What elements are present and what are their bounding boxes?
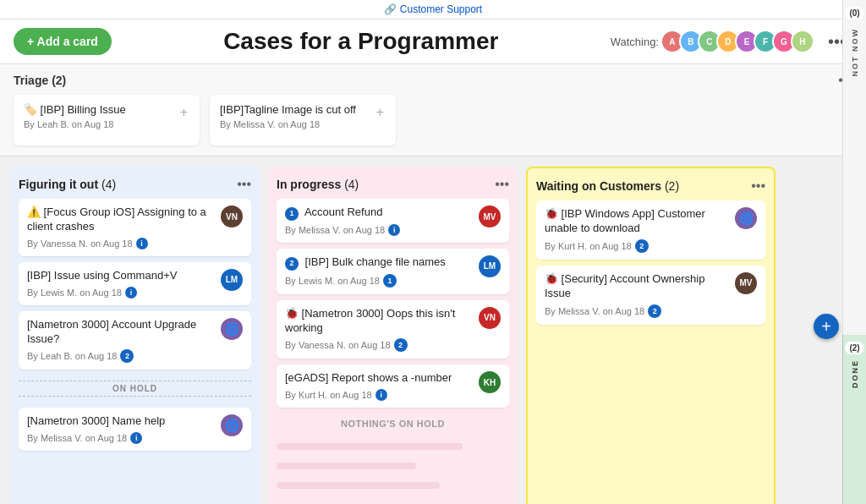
placeholder-bar <box>277 463 416 469</box>
board-title: Cases for a Programmer <box>112 28 611 55</box>
card-title: 1 Account Refund <box>285 205 474 221</box>
triage-card-add-button[interactable]: + <box>375 103 386 122</box>
placeholder-bar <box>277 482 440 489</box>
col-figuring-title: Figuring it out (4) <box>19 178 116 191</box>
triage-card-content: 🏷️ [IBP] Billing Issue By Leah B. on Aug… <box>24 103 126 129</box>
breadcrumb: 🔗 Customer Support <box>0 0 866 19</box>
card-meta: By Vanessa N. on Aug 18 i <box>27 238 216 249</box>
col-inprogress-title: In progress (4) <box>277 178 359 191</box>
card-nametron-oops[interactable]: 🐞 [Nametron 3000] Oops this isn't workin… <box>277 300 509 359</box>
column-figuring-it-out: Figuring it out (4) ••• ⚠️ [Focus Group … <box>10 167 260 504</box>
triage-card-title: [IBP]Tagline Image is cut off <box>220 103 356 116</box>
card-ibp-windows-download[interactable]: 🐞 [IBP Windows App] Customer unable to d… <box>536 200 765 260</box>
add-card-button[interactable]: + Add a card <box>14 28 112 55</box>
card-title: [IBP] Issue using Command+V <box>27 269 216 283</box>
placeholder-bar <box>277 443 463 450</box>
card-meta: By Leah B. on Aug 18 2 <box>27 349 216 363</box>
triage-card-title: 🏷️ [IBP] Billing Issue <box>24 103 126 116</box>
card-avatar: VN <box>479 307 501 329</box>
card-title: [Nametron 3000] Name help <box>27 414 216 429</box>
card-title: 🐞 [IBP Windows App] Customer unable to d… <box>545 207 730 236</box>
card-security-account-ownership[interactable]: 🐞 [Security] Account Ownership Issue By … <box>536 266 765 325</box>
card-title: 🐞 [Security] Account Ownership Issue <box>545 272 730 301</box>
board-header: + Add a card Cases for a Programmer Watc… <box>0 19 866 64</box>
info-badge: i <box>125 287 137 299</box>
card-avatar: 🌀 <box>735 207 757 229</box>
num-badge: 2 <box>394 338 408 352</box>
done-sidebar: (2) DONE <box>842 335 866 504</box>
card-body: 2 [IBP] Bulk change file names By Lewis … <box>285 255 474 288</box>
triage-header: Triage (2) ••• <box>14 73 852 88</box>
card-title: [eGADS] Report shows a -number <box>285 371 474 386</box>
card-avatar: 🌀 <box>221 414 243 436</box>
watching-avatars: A B C D E F G H <box>666 30 814 53</box>
card-egads-report[interactable]: [eGADS] Report shows a -number By Kurt H… <box>277 364 509 408</box>
card-nametron-name-help[interactable]: [Nametron 3000] Name help By Melissa V. … <box>19 408 251 451</box>
card-body: 1 Account Refund By Melissa V. on Aug 18… <box>285 205 474 236</box>
card-avatar: LM <box>221 269 243 291</box>
card-body: [Nametron 3000] Account Upgrade Issue? B… <box>27 318 216 364</box>
num-badge: 2 <box>120 349 134 363</box>
card-focus-group-ios[interactable]: ⚠️ [Focus Group iOS] Assigning to a clie… <box>19 199 251 256</box>
col-waiting-title: Waiting on Customers (2) <box>536 179 679 193</box>
card-ibp-commandv[interactable]: [IBP] Issue using Command+V By Lewis M. … <box>19 262 251 305</box>
column-waiting-on-customers: Waiting on Customers (2) ••• 🐞 [IBP Wind… <box>526 167 776 504</box>
card-meta: By Kurt H. on Aug 18 2 <box>545 239 730 253</box>
card-body: 🐞 [Nametron 3000] Oops this isn't workin… <box>285 307 474 353</box>
not-now-sidebar: (0) NOT NOW <box>842 0 866 335</box>
triage-card-content: [IBP]Tagline Image is cut off By Melissa… <box>220 103 356 129</box>
info-badge: i <box>136 238 148 249</box>
done-count: (2) <box>845 342 863 354</box>
triage-cards: 🏷️ [IBP] Billing Issue By Leah B. on Aug… <box>14 95 852 145</box>
info-badge: i <box>130 432 142 444</box>
col-figuring-menu-button[interactable]: ••• <box>237 177 251 192</box>
triage-card-meta: By Leah B. on Aug 18 <box>24 119 126 129</box>
watching-label: Watching: <box>611 36 659 48</box>
col-waiting-cards: 🐞 [IBP Windows App] Customer unable to d… <box>536 200 765 504</box>
link-icon: 🔗 <box>384 3 397 15</box>
card-meta: By Melissa V. on Aug 18 i <box>27 432 216 444</box>
card-title: 🐞 [Nametron 3000] Oops this isn't workin… <box>285 307 474 336</box>
col-inprogress-header: In progress (4) ••• <box>277 177 509 192</box>
watching-section: Watching: A B C D E F G H ••• <box>611 29 852 55</box>
col-inprogress-menu-button[interactable]: ••• <box>495 177 509 192</box>
info-badge: i <box>375 389 387 401</box>
num-badge: 2 <box>635 239 649 253</box>
col-figuring-header: Figuring it out (4) ••• <box>19 177 251 192</box>
card-avatar: MV <box>735 272 757 294</box>
card-body: 🐞 [Security] Account Ownership Issue By … <box>545 272 730 318</box>
card-meta: By Melissa V. on Aug 18 2 <box>545 304 730 318</box>
card-meta: By Kurt H. on Aug 18 i <box>285 389 474 401</box>
nothing-on-hold-label: NOTHING'S ON HOLD <box>277 414 509 434</box>
card-avatar: 🌀 <box>221 318 243 340</box>
col-inprogress-cards: 1 Account Refund By Melissa V. on Aug 18… <box>277 199 509 504</box>
triage-card[interactable]: 🏷️ [IBP] Billing Issue By Leah B. on Aug… <box>14 95 200 145</box>
card-account-refund[interactable]: 1 Account Refund By Melissa V. on Aug 18… <box>277 199 509 243</box>
card-avatar: KH <box>479 371 501 393</box>
card-meta: By Lewis M. on Aug 18 1 <box>285 274 474 288</box>
breadcrumb-link[interactable]: Customer Support <box>400 3 482 15</box>
triage-card[interactable]: [IBP]Tagline Image is cut off By Melissa… <box>210 95 396 145</box>
card-title: 2 [IBP] Bulk change file names <box>285 255 474 271</box>
num-badge: 1 <box>383 274 397 288</box>
add-column-button[interactable]: + <box>814 314 839 339</box>
card-title: ⚠️ [Focus Group iOS] Assigning to a clie… <box>27 205 216 234</box>
card-avatar: MV <box>479 205 501 227</box>
col-figuring-cards: ⚠️ [Focus Group iOS] Assigning to a clie… <box>19 199 251 504</box>
card-body: [IBP] Issue using Command+V By Lewis M. … <box>27 269 216 299</box>
card-ibp-bulk-change[interactable]: 2 [IBP] Bulk change file names By Lewis … <box>277 249 509 294</box>
card-title: [Nametron 3000] Account Upgrade Issue? <box>27 318 216 347</box>
on-hold-divider: ON HOLD <box>19 381 251 397</box>
card-nametron-account-upgrade[interactable]: [Nametron 3000] Account Upgrade Issue? B… <box>19 311 251 370</box>
triage-section: Triage (2) ••• 🏷️ [IBP] Billing Issue By… <box>0 64 866 156</box>
card-body: ⚠️ [Focus Group iOS] Assigning to a clie… <box>27 205 216 249</box>
col-waiting-menu-button[interactable]: ••• <box>751 178 765 194</box>
triage-title: Triage (2) <box>14 74 66 87</box>
card-meta: By Vanessa N. on Aug 18 2 <box>285 338 474 352</box>
not-now-count: (0) <box>845 7 863 19</box>
card-meta: By Lewis M. on Aug 18 i <box>27 287 216 299</box>
card-avatar: VN <box>221 205 243 227</box>
card-body: [eGADS] Report shows a -number By Kurt H… <box>285 371 474 401</box>
num-badge: 2 <box>648 304 661 318</box>
triage-card-add-button[interactable]: + <box>178 103 189 122</box>
